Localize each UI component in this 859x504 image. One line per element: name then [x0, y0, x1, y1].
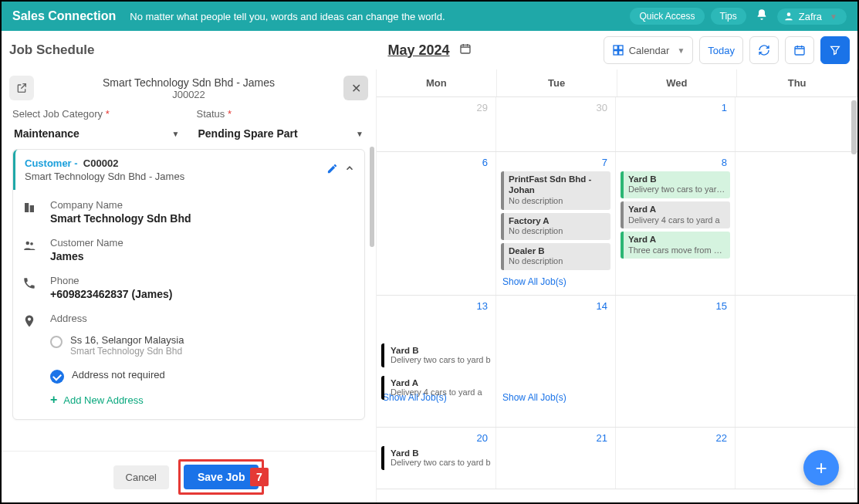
cancel-button[interactable]: Cancel	[113, 465, 169, 489]
person-icon	[22, 237, 39, 255]
add-fab[interactable]: +	[803, 450, 839, 485]
scrollbar[interactable]	[370, 147, 374, 247]
svg-point-9	[26, 242, 30, 245]
cal-cell[interactable]: 29	[377, 97, 496, 151]
status-select[interactable]: Pending Spare Part▼	[197, 124, 366, 144]
edit-icon[interactable]	[326, 163, 338, 178]
job-item[interactable]: Yard BDelivery two cars to yard b	[621, 171, 730, 198]
view-switch[interactable]: Calendar ▼	[604, 36, 694, 64]
svg-rect-4	[614, 51, 617, 55]
tagline: No matter what people tell you, words an…	[130, 11, 624, 22]
svg-rect-7	[25, 203, 29, 212]
customer-card: Customer - C00002 Smart Technology Sdn B…	[12, 149, 365, 420]
job-span[interactable]: Yard BDelivery two cars to yard b	[381, 343, 853, 367]
cal-cell[interactable]: 8 Yard BDelivery two cars to yard b Yard…	[616, 152, 736, 295]
show-all-link[interactable]: Show All Job(s)	[501, 273, 610, 290]
svg-rect-2	[614, 46, 617, 49]
cal-cell[interactable]: 30	[496, 97, 616, 151]
topbar: Sales Connection No matter what people t…	[2, 2, 857, 31]
chevron-down-icon: ▼	[677, 46, 685, 55]
svg-rect-6	[795, 46, 804, 55]
cal-cell[interactable]	[736, 152, 855, 295]
svg-rect-1	[461, 45, 470, 53]
tips-button[interactable]: Tips	[711, 8, 746, 25]
cal-cell[interactable]: 1	[616, 97, 736, 151]
quick-access-button[interactable]: Quick Access	[630, 8, 704, 25]
job-item[interactable]: Dealer BNo description	[501, 243, 610, 270]
svg-point-10	[30, 242, 33, 245]
job-item[interactable]: Yard AThree cars move from yard A to dea…	[621, 232, 730, 259]
headerbar: Job Schedule May 2024 Calendar ▼ Today	[2, 31, 857, 69]
category-select[interactable]: Maintenance▼	[12, 124, 181, 144]
refresh-button[interactable]	[749, 36, 779, 64]
cal-cell[interactable]: 6	[377, 152, 496, 295]
save-button[interactable]: Save Job	[184, 465, 259, 489]
page-title: Job Schedule	[9, 42, 604, 58]
filter-button[interactable]	[820, 36, 850, 64]
job-item[interactable]: Yard ADelivery 4 cars to yard a	[621, 201, 730, 228]
chevron-down-icon: ▼	[830, 12, 837, 21]
collapse-icon[interactable]	[344, 163, 355, 177]
calendar-icon[interactable]	[459, 42, 472, 58]
today-button[interactable]: Today	[699, 36, 743, 64]
open-external-button[interactable]	[9, 76, 34, 100]
day-header: Thu	[737, 69, 857, 96]
svg-rect-5	[618, 51, 622, 55]
user-menu[interactable]: Zafra ▼	[777, 8, 847, 25]
address-option-none[interactable]: Address not required	[22, 366, 355, 384]
plus-icon: +	[50, 393, 57, 407]
user-name: Zafra	[799, 11, 822, 22]
cal-cell[interactable]	[736, 97, 855, 151]
panel-title: Smart Technology Sdn Bhd - James	[34, 76, 343, 89]
building-icon	[22, 199, 39, 218]
job-number: J00022	[34, 89, 343, 100]
phone-icon	[22, 275, 39, 293]
svg-point-0	[786, 12, 790, 16]
callout-badge: 7	[250, 468, 269, 486]
cal-cell[interactable]: 7 PrintFast Sdn Bhd - JohanNo descriptio…	[496, 152, 616, 295]
bell-icon[interactable]	[756, 8, 768, 24]
job-panel: Smart Technology Sdn Bhd - James J00022 …	[2, 69, 377, 502]
calendar-button[interactable]	[785, 36, 814, 64]
add-address-button[interactable]: + Add New Address	[22, 384, 355, 410]
job-item[interactable]: Factory ANo description	[501, 213, 610, 240]
address-option-1[interactable]: Ss 16, Selangor Malaysia Smart Technolog…	[22, 331, 355, 357]
radio-unchecked-icon	[50, 336, 63, 348]
calendar: Mon Tue Wed Thu 29 30 1 6 7 PrintFast Sd…	[377, 69, 857, 502]
day-header: Wed	[617, 69, 738, 96]
job-span[interactable]: Yard ADelivery 4 cars to yard a	[381, 376, 853, 400]
job-item[interactable]: PrintFast Sdn Bhd - JohanNo description	[501, 171, 610, 210]
svg-rect-8	[30, 205, 34, 212]
day-header: Tue	[497, 69, 617, 96]
check-icon	[50, 370, 64, 384]
month-picker[interactable]: May 2024	[387, 42, 449, 59]
job-span[interactable]: Yard BDelivery two cars to yard b	[381, 446, 853, 470]
close-button[interactable]: ✕	[343, 76, 368, 100]
brand: Sales Connection	[12, 9, 116, 23]
pin-icon	[22, 313, 39, 331]
svg-rect-3	[618, 46, 622, 49]
day-header: Mon	[377, 69, 497, 96]
